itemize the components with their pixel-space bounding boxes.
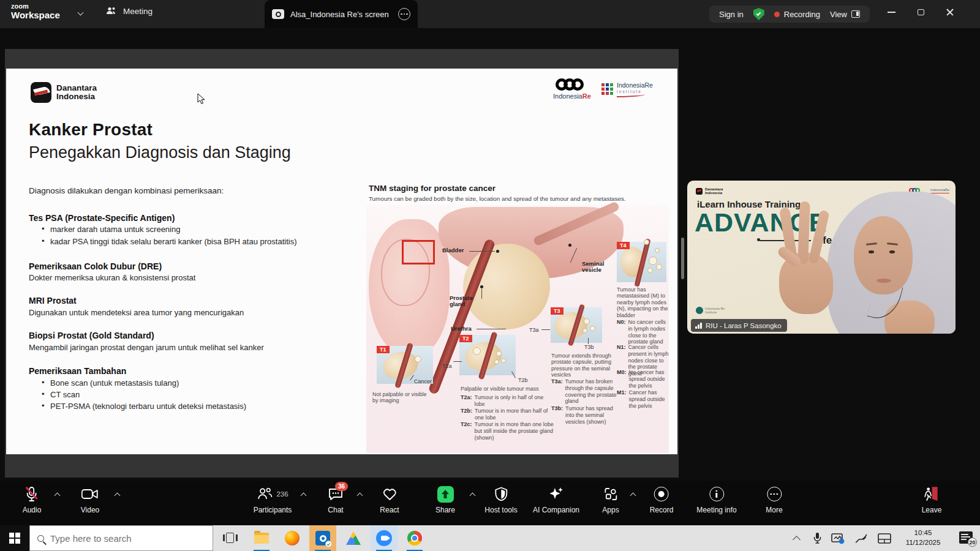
- taskbar-search[interactable]: [29, 525, 213, 551]
- chat-label: Chat: [328, 506, 343, 514]
- stage-item-t3b: T3b: Tumour has spread into the seminal …: [551, 405, 617, 425]
- chrome-button[interactable]: [401, 525, 428, 551]
- maximize-button[interactable]: [907, 0, 935, 24]
- section-heading-mri: MRI Prostat: [29, 296, 77, 305]
- zoom-titlebar: zoom Workspace Meeting Alsa_Indonesia Re…: [0, 0, 980, 28]
- close-button[interactable]: [936, 0, 964, 24]
- bullet-item: kadar PSA tinggi tidak selalu berarti ka…: [42, 237, 296, 246]
- section-heading-dre: Pemeriksaan Colok Dubur (DRE): [29, 261, 162, 271]
- section-heading-psa: Tes PSA (Prostate-Specific Antigen): [29, 213, 175, 223]
- prostate-highlight-box: [402, 240, 435, 264]
- bullet-item: Bone scan (untuk metastasis tulang): [42, 378, 179, 388]
- stage-tag-t3: T3: [551, 307, 564, 315]
- leave-button[interactable]: Leave: [922, 485, 942, 514]
- outlook-button[interactable]: [309, 525, 336, 551]
- participant-video-tile[interactable]: DanantaraIndonesia IndonesiaRe iLearn In…: [687, 181, 956, 334]
- indonesia-re-suffix: Re: [582, 92, 591, 100]
- zoom-app-button[interactable]: [371, 525, 398, 551]
- indonesia-re-institute-logo: IndonesiaReInstitute: [601, 82, 653, 97]
- sub-label-t3b: T3b: [584, 344, 594, 350]
- content-scrollbar[interactable]: [681, 238, 684, 279]
- sign-in-button[interactable]: Sign in: [719, 10, 744, 19]
- heart-icon: [382, 485, 398, 503]
- audio-options-chevron-icon[interactable]: [55, 493, 61, 499]
- chat-options-chevron-icon[interactable]: [357, 493, 363, 499]
- apps-options-chevron-icon[interactable]: [630, 493, 636, 499]
- stage-tag-t2: T2: [459, 335, 472, 342]
- indonesia-re-circles-icon: [556, 78, 591, 91]
- recording-indicator[interactable]: Recording: [774, 10, 820, 19]
- recording-dot-icon: [774, 12, 780, 17]
- apps-label: Apps: [602, 506, 619, 514]
- slide-subtitle: Penegakkan Diagnosis dan Staging: [29, 143, 291, 162]
- institute-sub: Institute: [617, 89, 653, 94]
- ai-companion-sparkle-icon: [548, 485, 564, 503]
- share-label: Share: [435, 506, 455, 514]
- taskbar-clock[interactable]: 10:45 11/12/2025: [889, 528, 957, 547]
- participants-options-chevron-icon[interactable]: [301, 493, 307, 499]
- file-explorer-icon: [254, 533, 269, 544]
- file-explorer-button[interactable]: [248, 525, 275, 551]
- more-button[interactable]: More: [766, 485, 782, 514]
- danantara-logo: DanantaraIndonesia: [31, 82, 97, 103]
- meeting-info-label: Meeting info: [696, 506, 736, 514]
- institute-dots-icon: [601, 83, 613, 95]
- participant-name-badge: RIU - Laras P Sasongko: [691, 319, 787, 332]
- stage-item-t2a: T2a: Tumour is only in half of one lobe: [461, 394, 554, 408]
- host-tools-button[interactable]: Host tools: [484, 485, 517, 514]
- view-button[interactable]: View: [830, 10, 860, 19]
- chat-icon: 36: [328, 485, 344, 503]
- tray-pen-button[interactable]: [854, 531, 869, 545]
- outlook-icon: [315, 531, 330, 545]
- task-view-button[interactable]: [223, 531, 238, 545]
- notification-center-button[interactable]: 20: [959, 531, 973, 544]
- danantara-logo-line2: Indonesia: [56, 92, 95, 101]
- tray-show-hidden-button[interactable]: [789, 531, 804, 545]
- section-heading-biopsi: Biopsi Prostat (Gold Standard): [29, 331, 154, 340]
- tab-options-ellipsis-icon[interactable]: [398, 8, 410, 20]
- microphone-muted-icon: [24, 485, 39, 503]
- danantara-logo-line1: Danantara: [56, 83, 97, 92]
- nm-item-n0: N0: No cancer cells in lymph nodes close…: [617, 319, 671, 345]
- audio-button[interactable]: Audio: [23, 485, 42, 514]
- participants-button[interactable]: 236 Participants: [254, 485, 292, 514]
- nm-item-m0: M0: No cancer has spread outside the pel…: [617, 369, 671, 389]
- chat-button[interactable]: 36 Chat: [328, 485, 344, 514]
- close-icon: [946, 8, 954, 17]
- tray-microphone-button[interactable]: [810, 531, 824, 545]
- ai-companion-button[interactable]: AI Companion: [533, 485, 579, 514]
- video-options-chevron-icon[interactable]: [115, 493, 121, 499]
- tab-shared-screen[interactable]: Alsa_Indonesia Re's screen: [265, 0, 418, 28]
- caption-t4: Tumour has metastasised (M) to nearby ly…: [617, 287, 669, 318]
- institute-name: IndonesiaRe: [617, 81, 653, 89]
- start-button[interactable]: [0, 525, 29, 551]
- leave-door-icon: [924, 485, 940, 503]
- minimize-button[interactable]: [877, 0, 905, 24]
- chrome-icon: [407, 531, 422, 545]
- meeting-info-button[interactable]: Meeting info: [696, 485, 736, 514]
- participants-icon: [257, 487, 273, 501]
- record-button[interactable]: Record: [650, 485, 674, 514]
- brand-workspace: Workspace: [11, 10, 60, 20]
- tray-snip-button[interactable]: [831, 531, 845, 545]
- tab-meeting[interactable]: Meeting: [105, 6, 153, 16]
- diagram-subtitle: Tumours can be graded both by the size, …: [369, 195, 626, 202]
- search-input[interactable]: [50, 533, 191, 544]
- section-body-dre: Dokter memeriksa ukuran & konsistensi pr…: [29, 273, 195, 282]
- meeting-toolbar: Audio Video 236 Participants 36 Chat Rea…: [0, 481, 980, 525]
- recording-label: Recording: [784, 10, 820, 19]
- share-options-chevron-icon[interactable]: [470, 493, 476, 499]
- institute-mini-logo: IndonesiaRe: [930, 188, 949, 193]
- workspace-chevron-down-icon[interactable]: [78, 10, 84, 16]
- video-button[interactable]: Video: [81, 485, 99, 514]
- apps-button[interactable]: Apps: [602, 485, 619, 514]
- firefox-button[interactable]: [279, 525, 306, 551]
- share-button[interactable]: Share: [435, 485, 455, 514]
- bullet-item: marker darah utama untuk screening: [42, 225, 180, 234]
- screen-share-icon: [272, 9, 284, 19]
- react-button[interactable]: React: [380, 485, 399, 514]
- encryption-shield-icon[interactable]: [753, 8, 764, 20]
- label-bladder: Bladder: [442, 247, 464, 253]
- google-drive-button[interactable]: [340, 525, 367, 551]
- titlebar-status-pill: Sign in Recording View: [709, 6, 870, 23]
